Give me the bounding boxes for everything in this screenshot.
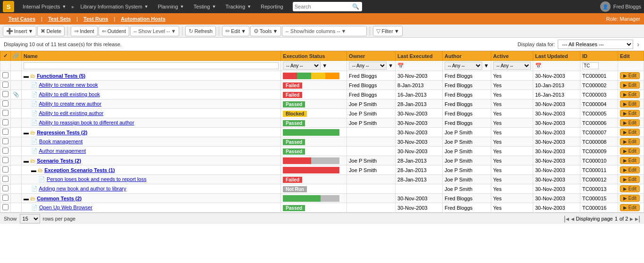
- row-name-link[interactable]: Adding new book and author to library: [39, 186, 126, 191]
- row-checkbox[interactable]: [2, 119, 8, 125]
- row-name-link[interactable]: Ability to edit existing book: [39, 91, 100, 97]
- display-for-select[interactable]: --- All Releases ---: [558, 40, 633, 49]
- nav-item-testing[interactable]: Testing ▼: [189, 0, 221, 13]
- search-input[interactable]: [295, 4, 351, 9]
- filter-author-select[interactable]: -- Any --: [445, 62, 482, 70]
- pager-next-arrow[interactable]: ›: [636, 41, 640, 48]
- row-checkbox[interactable]: [2, 91, 8, 97]
- row-edit-button[interactable]: ▶ Edit: [620, 148, 640, 155]
- search-button[interactable]: 🔍: [351, 3, 360, 10]
- nav-item-internal-projects[interactable]: Internal Projects ▼: [18, 0, 71, 13]
- row-edit-button[interactable]: ▶ Edit: [620, 110, 640, 117]
- insert-button[interactable]: ➕ Insert ▼: [3, 26, 36, 36]
- nav-item-reporting[interactable]: Reporting: [256, 0, 288, 13]
- row-checkbox[interactable]: [2, 195, 8, 201]
- row-checkbox[interactable]: [2, 185, 8, 191]
- row-edit-button[interactable]: ▶ Edit: [620, 185, 640, 192]
- row-checkbox[interactable]: [2, 82, 8, 88]
- header-owner[interactable]: Owner: [347, 51, 396, 61]
- row-edit-button[interactable]: ▶ Edit: [620, 166, 640, 173]
- row-name-link[interactable]: Ability to create new author: [39, 101, 101, 107]
- row-name-link[interactable]: Open Up Web Browser: [39, 205, 92, 210]
- filter-button[interactable]: ▽ Filter ▼: [373, 26, 402, 36]
- filter-id-input[interactable]: [582, 62, 599, 69]
- subnav-test-runs[interactable]: Test Runs: [79, 13, 113, 25]
- pager-prev-button[interactable]: ◂: [571, 215, 574, 222]
- row-checkbox[interactable]: [2, 100, 8, 107]
- show-hide-arrow: ▼: [341, 28, 347, 34]
- nav-item-tracking[interactable]: Tracking ▼: [221, 0, 256, 13]
- row-name-link[interactable]: Person loses book and needs to report lo…: [47, 176, 147, 182]
- row-checkbox[interactable]: [2, 138, 8, 144]
- row-edit-button[interactable]: ▶ Edit: [620, 204, 640, 211]
- expand-icon[interactable]: ▬: [31, 167, 36, 173]
- row-edit-button[interactable]: ▶ Edit: [620, 157, 640, 164]
- subnav-test-sets[interactable]: Test Sets: [43, 13, 75, 25]
- display-count-text: Displaying 10 out of 11 test case(s) for…: [4, 41, 122, 47]
- row-name-link[interactable]: Ability to reassign book to different au…: [39, 120, 134, 125]
- row-name-link[interactable]: Book management: [39, 139, 83, 144]
- row-edit-button[interactable]: ▶ Edit: [620, 100, 640, 107]
- header-id[interactable]: ID: [580, 51, 618, 61]
- row-name-link[interactable]: Ability to create new book: [39, 82, 98, 88]
- filter-active-select[interactable]: -- Any --: [493, 62, 531, 70]
- edit-button[interactable]: ✏ Edit ▼: [222, 26, 249, 36]
- rows-per-page-select[interactable]: 15 5 10 20 50 100: [20, 214, 40, 223]
- row-edit-button[interactable]: ▶ Edit: [620, 72, 640, 79]
- row-edit-button[interactable]: ▶ Edit: [620, 138, 640, 145]
- outdent-button[interactable]: ⇐ Outdent: [99, 26, 129, 36]
- row-checkbox[interactable]: [2, 148, 8, 154]
- pager-first-button[interactable]: |◂: [564, 215, 569, 222]
- row-edit-button[interactable]: ▶ Edit: [620, 119, 640, 126]
- row-name-link[interactable]: Regression Tests (2): [37, 130, 87, 135]
- header-author[interactable]: Author: [443, 51, 491, 61]
- tools-button[interactable]: ⚙ Tools ▼: [250, 26, 281, 36]
- header-last-executed[interactable]: Last Executed: [396, 51, 443, 61]
- header-execution-status[interactable]: Execution Status: [281, 51, 347, 61]
- row-edit-button[interactable]: ▶ Edit: [620, 176, 640, 183]
- row-checkbox[interactable]: [2, 72, 8, 78]
- expand-icon[interactable]: ▬: [24, 196, 29, 201]
- row-edit-button[interactable]: ▶ Edit: [620, 91, 640, 98]
- row-checkbox[interactable]: [2, 166, 8, 173]
- row-name-link[interactable]: Exception Scenario Tests (1): [44, 167, 115, 173]
- header-active[interactable]: Active: [491, 51, 533, 61]
- show-hide-dropdown[interactable]: -- Show/hide columns -- ▼: [282, 26, 367, 36]
- row-name-link[interactable]: Ability to edit existing author: [39, 110, 103, 116]
- filter-status-select[interactable]: -- Any --: [283, 62, 321, 70]
- subnav-automation-hosts[interactable]: Automation Hosts: [116, 13, 170, 25]
- expand-icon[interactable]: ▬: [24, 73, 29, 79]
- row-checkbox[interactable]: [2, 204, 8, 210]
- row-checkbox[interactable]: [2, 110, 8, 116]
- row-edit-button[interactable]: ▶ Edit: [620, 195, 640, 202]
- show-level-dropdown[interactable]: -- Show Level -- ▼: [130, 26, 180, 36]
- row-edit-cell: ▶ Edit: [618, 194, 644, 203]
- calendar-icon-lastexec[interactable]: 📅: [397, 63, 404, 68]
- subnav-test-cases[interactable]: Test Cases: [4, 13, 40, 25]
- nav-item-planning[interactable]: Planning ▼: [153, 0, 189, 13]
- row-checkbox[interactable]: [2, 176, 8, 182]
- row-edit-button[interactable]: ▶ Edit: [620, 129, 640, 136]
- row-edit-button[interactable]: ▶ Edit: [620, 82, 640, 89]
- row-name-link[interactable]: Functional Tests (5): [37, 73, 85, 79]
- filter-owner-select[interactable]: -- Any --: [349, 62, 387, 70]
- calendar-icon-lastupdated[interactable]: 📅: [535, 63, 542, 68]
- row-active-cell: Yes: [491, 81, 533, 90]
- delete-button[interactable]: ✖ Delete: [37, 26, 65, 36]
- header-check[interactable]: ✓: [0, 51, 11, 61]
- row-name-link[interactable]: Common Tests (2): [37, 196, 82, 201]
- pager-last-button[interactable]: ▸|: [635, 215, 640, 222]
- header-name[interactable]: Name: [22, 51, 281, 61]
- indent-button[interactable]: ⇒ Indent: [71, 26, 98, 36]
- row-name-link[interactable]: Author management: [39, 148, 86, 154]
- expand-icon[interactable]: ▬: [24, 158, 29, 164]
- header-last-updated[interactable]: Last Updated: [533, 51, 580, 61]
- refresh-button[interactable]: ↻ Refresh: [185, 26, 216, 36]
- expand-icon[interactable]: ▬: [24, 130, 29, 135]
- nav-item-library[interactable]: Library Information System ▼: [75, 0, 153, 13]
- row-checkbox[interactable]: [2, 157, 8, 163]
- pager-next-button[interactable]: ▸: [630, 215, 633, 222]
- row-checkbox[interactable]: [2, 129, 8, 135]
- filter-name-input[interactable]: [24, 62, 279, 69]
- row-name-link[interactable]: Scenario Tests (2): [37, 158, 81, 164]
